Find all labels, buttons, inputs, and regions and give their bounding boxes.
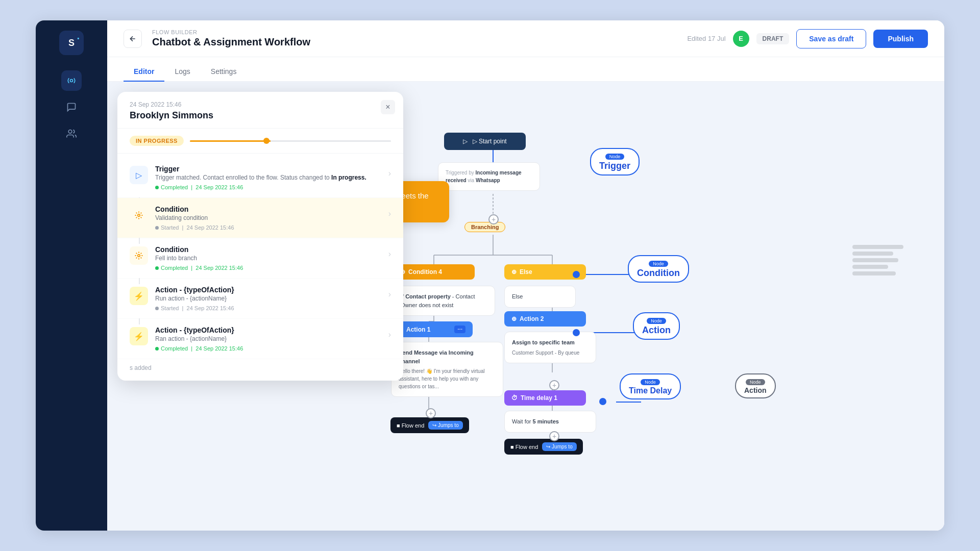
condition4-node[interactable]: ⊕Condition 4 [393,264,475,280]
action1-arrow: › [388,290,391,299]
condition1-icon [134,211,143,220]
panel-item-condition2[interactable]: Condition Fell into branch Completed | 2… [117,238,403,279]
condition4-label: Condition 4 [408,268,442,276]
page-title: Chatbot & Assignment Workflow [152,36,687,48]
sidebar-icon-users[interactable] [61,123,82,144]
condition1-title: Condition [155,205,384,213]
else-label: Else [520,268,532,276]
time-delay-node[interactable]: ⏱Time delay 1 [504,390,586,406]
content-area: ▷ ▷ Start point Triggered by Incoming me… [107,82,944,531]
action1-detail: Send Message via Incoming channel Hello … [391,342,503,397]
plus-btn-action2[interactable]: + [549,380,559,390]
plus-btn-action1[interactable]: + [426,408,436,418]
action2-subtitle: Ran action - {actionName} [155,335,384,342]
action2-node[interactable]: ⊕Action 2 [504,311,586,327]
timeline-dot [263,138,270,144]
panel-contact-name: Brooklyn Simmons [130,110,391,121]
condition2-status: Completed | 24 Sep 2022 15:46 [155,265,384,271]
flow-builder-label: FLOW BUILDER [152,29,687,35]
action2-icon: ⚡ [134,332,144,341]
action2-arrow: › [388,330,391,339]
action2-detail: Assign to specific team Customer Support… [504,332,596,363]
action2-status-dot [155,347,159,350]
condition2-icon-wrap [130,246,148,265]
panel-item-trigger[interactable]: ▷ Trigger Trigger matched. Contact enrol… [117,158,403,198]
flow-end-2[interactable]: ■ Flow end ↪ Jumps to [504,439,583,455]
else-detail: Else [504,286,576,308]
action1-icon: ⚡ [134,291,144,301]
action1-status: Started | 24 Sep 2022 15:46 [155,305,384,311]
trigger-icon-wrap: ▷ [130,166,148,184]
back-button[interactable] [124,30,142,48]
tab-settings[interactable]: Settings [201,62,247,82]
action2-title: Action - {typeOfAction} [155,326,384,334]
sidebar: S [36,20,107,531]
svg-point-21 [138,255,140,257]
action2-status: Completed | 24 Sep 2022 15:46 [155,345,384,352]
condition1-icon-wrap [130,206,148,224]
sidebar-icon-broadcast[interactable] [61,70,82,91]
condition2-status-dot [155,266,159,270]
save-draft-button[interactable]: Save as draft [796,29,866,48]
svg-point-1 [68,130,72,134]
main-container: FLOW BUILDER Chatbot & Assignment Workfl… [36,20,944,531]
condition1-status: Started | 24 Sep 2022 15:46 [155,224,384,231]
condition1-subtitle: Validating condition [155,214,384,221]
header: FLOW BUILDER Chatbot & Assignment Workfl… [107,20,944,57]
publish-button[interactable]: Publish [873,30,928,48]
action1-node[interactable]: ⊕Action 1 ⋯ [391,321,473,337]
tab-logs[interactable]: Logs [164,62,200,82]
trigger-status-dot [155,186,159,189]
action2-dot [573,329,580,336]
trigger-subtitle: Trigger matched. Contact enrolled to the… [155,174,384,181]
action1-icon-wrap: ⚡ [130,287,148,305]
trigger-arrow: › [388,169,391,178]
start-point-node[interactable]: ▷ ▷ Start point [444,133,526,150]
panel-item-action2[interactable]: ⚡ Action - {typeOfAction} Ran action - {… [117,319,403,359]
plus-btn-1[interactable]: + [488,214,499,224]
side-panel: 24 Sep 2022 15:46 Brooklyn Simmons × IN … [117,92,403,381]
header-title-block: FLOW BUILDER Chatbot & Assignment Workfl… [152,29,687,48]
panel-items: ▷ Trigger Trigger matched. Contact enrol… [117,154,403,381]
in-progress-badge: IN PROGRESS [130,136,184,146]
added-hint: s added [117,359,403,377]
trigger-detail-card[interactable]: Triggered by Incoming message received v… [438,162,540,191]
plus-btn-timedelay[interactable]: + [549,431,559,441]
condition4-detail: If Contact property - Contact Owner does… [393,286,495,316]
condition-dot [573,271,580,278]
condition2-arrow: › [388,249,391,259]
condition2-title: Condition [155,245,384,254]
condition1-content: Condition Validating condition Started |… [155,205,384,231]
branching-badge: Branching [464,222,505,232]
condition1-arrow: › [388,209,391,218]
svg-point-20 [138,214,140,217]
tab-editor[interactable]: Editor [124,62,164,82]
sidebar-icon-chat[interactable] [61,97,82,117]
trigger-status: Completed | 24 Sep 2022 15:46 [155,184,384,190]
action1-content: Action - {typeOfAction} Run action - {ac… [155,286,384,311]
flow-end-1[interactable]: ■ Flow end ↪ Jumps to [390,417,469,433]
app-logo[interactable]: S [59,31,84,55]
node-action-label: Node Action [735,373,776,398]
panel-item-action1[interactable]: ⚡ Action - {typeOfAction} Run action - {… [117,279,403,319]
progress-bar-row: IN PROGRESS [117,129,403,154]
svg-point-0 [70,80,73,82]
start-point-label: ▷ Start point [473,138,507,145]
panel-item-condition1[interactable]: Condition Validating condition Started |… [117,198,403,238]
edited-label: Edited 17 Jul [687,35,725,42]
condition2-subtitle: Fell into branch [155,255,384,262]
panel-date: 24 Sep 2022 15:46 [130,101,391,108]
action1-status-dot [155,307,159,310]
time-delay-node-label: Node Time Delay [620,373,681,399]
avatar: E [733,31,749,47]
action-node-label: Node Action [633,312,680,340]
trigger-title: Trigger [155,165,384,173]
condition2-icon [134,251,143,260]
tabs: Editor Logs Settings [107,57,944,82]
panel-close-button[interactable]: × [381,100,395,114]
action1-subtitle: Run action - {actionName} [155,295,384,302]
timeline-bar [190,140,391,142]
condition2-content: Condition Fell into branch Completed | 2… [155,245,384,271]
condition-node-label: Node Condition [628,255,689,283]
draft-badge: DRAFT [756,33,790,44]
